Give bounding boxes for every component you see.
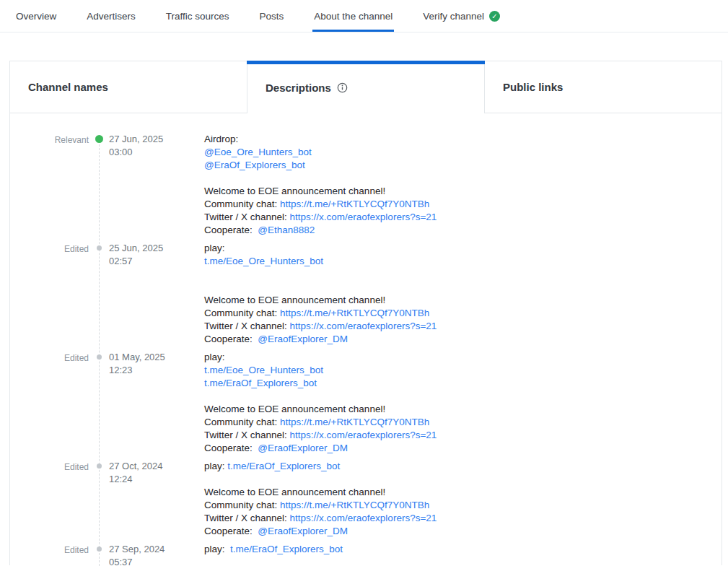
- description-link[interactable]: @Ethan8882: [258, 225, 315, 235]
- entry-status-label: Edited: [10, 543, 89, 566]
- description-link[interactable]: t.me/EraOf_Explorers_bot: [204, 378, 317, 388]
- description-link[interactable]: @EraOf_Explorers_bot: [204, 160, 305, 170]
- description-link[interactable]: t.me/Eoe_Ore_Hunters_bot: [204, 365, 323, 375]
- nav-tab-advertisers[interactable]: Advertisers: [85, 0, 137, 32]
- tab-public-links-label: Public links: [503, 81, 563, 93]
- timeline-dot-icon: [97, 354, 102, 360]
- description-text: play:: [204, 544, 230, 554]
- description-text: Cooperate:: [204, 526, 258, 536]
- description-text: Twitter / X channel:: [204, 212, 290, 222]
- timeline-entry: Relevant 27 Jun, 2025 03:00 Airdrop:@Eoe…: [10, 133, 722, 237]
- nav-tab-traffic-sources[interactable]: Traffic sources: [165, 0, 231, 32]
- info-icon: [337, 82, 348, 93]
- tab-descriptions-label: Descriptions: [266, 82, 331, 94]
- description-text: Cooperate:: [204, 443, 258, 453]
- entry-date: 27 Sep, 2024 05:37: [109, 543, 204, 566]
- entry-date-day: 27 Jun, 2025: [109, 133, 204, 146]
- entry-date: 01 May, 2025 12:23: [109, 351, 204, 455]
- entry-date-time: 12:24: [109, 473, 204, 486]
- entry-description: play: t.me/EraOf_Explorers_bot Welcome t…: [204, 460, 722, 538]
- tab-descriptions[interactable]: Descriptions: [247, 61, 485, 113]
- nav-tab-posts[interactable]: Posts: [258, 0, 286, 32]
- nav-tab-verify-channel-label: Verify channel: [423, 11, 484, 22]
- nav-tab-overview[interactable]: Overview: [14, 0, 58, 32]
- description-text: Cooperate:: [204, 334, 258, 344]
- description-link[interactable]: t.me/Eoe_Ore_Hunters_bot: [204, 256, 323, 266]
- timeline-dot-icon: [97, 547, 102, 552]
- entry-date: 25 Jun, 2025 02:57: [109, 242, 204, 346]
- description-link[interactable]: https://x.com/eraofexplorers?s=21: [290, 321, 437, 331]
- nav-tab-verify-channel[interactable]: Verify channel ✓: [421, 0, 501, 32]
- timeline-entry: Edited 01 May, 2025 12:23 play:t.me/Eoe_…: [10, 351, 722, 455]
- description-link[interactable]: https://t.me/+RtKTLYCQf7Y0NTBh: [280, 417, 429, 427]
- description-link[interactable]: https://x.com/eraofexplorers?s=21: [290, 513, 437, 523]
- card-tab-row: Channel names Descriptions Public links: [10, 61, 722, 113]
- timeline-dot-icon: [95, 135, 103, 143]
- description-text: Community chat:: [204, 417, 280, 427]
- timeline-dot-column: [89, 133, 109, 237]
- entry-date-time: 03:00: [109, 146, 204, 159]
- entry-date-day: 27 Sep, 2024: [109, 543, 204, 556]
- description-link[interactable]: @EraofExplorer_DM: [258, 334, 348, 344]
- description-link[interactable]: @EraofExplorer_DM: [258, 443, 348, 453]
- timeline-dot-column: [89, 242, 109, 346]
- entry-status-label: Relevant: [10, 133, 89, 237]
- timeline-entry: Edited 25 Jun, 2025 02:57 play:t.me/Eoe_…: [10, 242, 722, 346]
- description-link[interactable]: t.me/EraOf_Explorers_bot: [227, 461, 340, 471]
- entry-date-time: 12:23: [109, 364, 204, 377]
- description-text: Community chat:: [204, 199, 280, 209]
- entry-date-time: 05:37: [109, 556, 204, 566]
- nav-tab-about-the-channel[interactable]: About the channel: [312, 0, 394, 32]
- description-text: Welcome to EOE announcement channel!: [204, 487, 385, 497]
- about-channel-card: Channel names Descriptions Public links …: [9, 61, 722, 565]
- description-link[interactable]: @EraofExplorer_DM: [258, 526, 348, 536]
- description-text: Airdrop:: [204, 134, 238, 144]
- description-text: Twitter / X channel:: [204, 321, 290, 331]
- description-text: Welcome to EOE announcement channel!: [204, 186, 385, 196]
- entry-description: play:t.me/Eoe_Ore_Hunters_bott.me/EraOf_…: [204, 351, 722, 455]
- tab-public-links[interactable]: Public links: [485, 61, 722, 113]
- description-text: Twitter / X channel:: [204, 430, 290, 440]
- description-text: Welcome to EOE announcement channel!: [204, 404, 385, 414]
- entry-date: 27 Oct, 2024 12:24: [109, 460, 204, 538]
- timeline-dot-column: [89, 351, 109, 455]
- description-link[interactable]: https://t.me/+RtKTLYCQf7Y0NTBh: [280, 199, 429, 209]
- description-text: play:: [204, 243, 225, 253]
- entry-status-label: Edited: [10, 460, 89, 538]
- entry-description: Airdrop:@Eoe_Ore_Hunters_bot@EraOf_Explo…: [204, 133, 722, 237]
- timeline-dot-column: [89, 543, 109, 566]
- tab-channel-names-label: Channel names: [28, 81, 108, 93]
- entry-date-day: 27 Oct, 2024: [109, 460, 204, 473]
- entry-date: 27 Jun, 2025 03:00: [109, 133, 204, 237]
- description-link[interactable]: https://x.com/eraofexplorers?s=21: [290, 212, 437, 222]
- description-text: Community chat:: [204, 308, 280, 318]
- entry-date-day: 01 May, 2025: [109, 351, 204, 364]
- timeline-dot-icon: [97, 245, 102, 251]
- timeline: Relevant 27 Jun, 2025 03:00 Airdrop:@Eoe…: [10, 133, 722, 566]
- entry-status-label: Edited: [10, 242, 89, 346]
- description-link[interactable]: https://t.me/+RtKTLYCQf7Y0NTBh: [280, 500, 429, 510]
- timeline-dot-icon: [97, 463, 102, 469]
- timeline-entry: Edited 27 Oct, 2024 12:24 play: t.me/Era…: [10, 460, 722, 538]
- description-text: Welcome to EOE announcement channel!: [204, 295, 385, 305]
- main-nav: Overview Advertisers Traffic sources Pos…: [0, 0, 728, 32]
- description-link[interactable]: https://t.me/+RtKTLYCQf7Y0NTBh: [280, 308, 429, 318]
- description-text: Twitter / X channel:: [204, 513, 290, 523]
- entry-status-label: Edited: [10, 351, 89, 455]
- description-text: play:: [204, 352, 225, 362]
- verified-badge-icon: ✓: [489, 11, 500, 22]
- tab-channel-names[interactable]: Channel names: [10, 61, 247, 113]
- description-text: Community chat:: [204, 500, 280, 510]
- description-text: Cooperate:: [204, 225, 258, 235]
- entry-date-day: 25 Jun, 2025: [109, 242, 204, 255]
- timeline-dot-column: [89, 460, 109, 538]
- description-text: play:: [204, 461, 227, 471]
- description-link[interactable]: @Eoe_Ore_Hunters_bot: [204, 147, 312, 157]
- descriptions-panel: Relevant 27 Jun, 2025 03:00 Airdrop:@Eoe…: [10, 113, 722, 566]
- description-link[interactable]: t.me/EraOf_Explorers_bot: [230, 544, 343, 554]
- entry-description: play: t.me/EraOf_Explorers_bot: [204, 543, 722, 566]
- timeline-entry: Edited 27 Sep, 2024 05:37 play: t.me/Era…: [10, 543, 722, 566]
- entry-description: play:t.me/Eoe_Ore_Hunters_bot Welcome to…: [204, 242, 722, 346]
- description-link[interactable]: https://x.com/eraofexplorers?s=21: [290, 430, 437, 440]
- entry-date-time: 02:57: [109, 255, 204, 268]
